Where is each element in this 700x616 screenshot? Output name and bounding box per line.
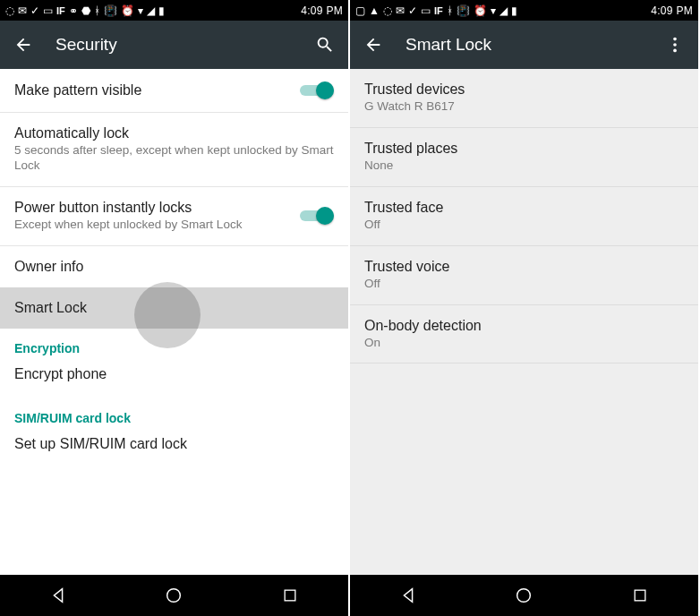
status-clock: 4:09 PM [651, 4, 693, 17]
svg-point-5 [517, 589, 531, 603]
row-automatically-lock[interactable]: Automatically lock 5 seconds after sleep… [0, 113, 348, 187]
nav-back-icon [398, 586, 418, 605]
row-title: Trusted face [364, 200, 684, 216]
search-button[interactable] [314, 34, 336, 56]
bluetooth-icon: ᚼ [94, 4, 100, 17]
svg-point-3 [673, 43, 677, 47]
row-title: Encrypt phone [14, 366, 334, 382]
row-title: Power button instantly locks [14, 200, 300, 216]
smart-lock-list: Trusted devices G Watch R B617 Trusted p… [350, 69, 698, 575]
warning-icon: ▲ [369, 4, 380, 17]
touch-ripple [134, 282, 201, 348]
battery-icon: ▮ [158, 4, 165, 17]
wifi-icon: ▾ [138, 4, 143, 17]
gmail-icon: ✉ [396, 4, 405, 17]
inbox-icon: ✓ [408, 4, 417, 17]
settings-list: Make pattern visible Automatically lock … [0, 69, 348, 575]
row-trusted-face[interactable]: Trusted face Off [350, 187, 698, 246]
toggle-power-locks[interactable] [300, 207, 334, 225]
status-icons-left: ◌ ✉ ✓ ▭ IF ⚭ ⬣ ᚼ 📳 ⏰ ▾ ◢ ▮ [5, 4, 297, 17]
nav-recent-icon [631, 586, 649, 604]
nav-home[interactable] [163, 585, 184, 606]
msg-icon: ▢ [355, 4, 365, 17]
row-title: Trusted voice [364, 259, 684, 275]
phone-security: ◌ ✉ ✓ ▭ IF ⚭ ⬣ ᚼ 📳 ⏰ ▾ ◢ ▮ 4:09 PM Secur… [0, 0, 350, 616]
nav-bar [350, 575, 698, 616]
arrow-back-icon [363, 35, 383, 55]
row-title: Owner info [14, 259, 334, 275]
row-make-pattern-visible[interactable]: Make pattern visible [0, 69, 348, 113]
row-title: On-body detection [364, 318, 684, 334]
row-trusted-places[interactable]: Trusted places None [350, 128, 698, 187]
nav-home-icon [164, 586, 184, 605]
battery-icon: ▮ [511, 4, 517, 17]
alarm-icon: ⏰ [474, 4, 487, 17]
appbar-title: Security [55, 35, 293, 55]
row-title: Trusted devices [364, 81, 684, 98]
row-subtitle: Except when kept unlocked by Smart Lock [14, 218, 300, 233]
row-encrypt-phone[interactable]: Encrypt phone [0, 361, 348, 395]
nav-recent[interactable] [279, 585, 301, 606]
inbox-icon: ✓ [30, 4, 39, 17]
nav-back-icon [48, 586, 68, 605]
nav-bar [0, 575, 348, 616]
row-subtitle: Off [364, 218, 684, 233]
row-title: Set up SIM/RUIM card lock [14, 436, 334, 452]
svg-point-2 [673, 38, 677, 41]
status-bar: ▢ ▲ ◌ ✉ ✓ ▭ IF ᚼ 📳 ⏰ ▾ ◢ ▮ 4:09 PM [350, 0, 698, 21]
nav-home-icon [514, 586, 534, 605]
row-subtitle: None [364, 158, 684, 174]
toggle-pattern-visible[interactable] [300, 81, 334, 99]
nav-back[interactable] [397, 585, 419, 606]
link-icon: ⚭ [69, 4, 78, 17]
signal-icon: ◢ [147, 4, 155, 17]
overflow-button[interactable] [664, 34, 686, 56]
nav-recent-icon [281, 586, 299, 604]
row-on-body-detection[interactable]: On-body detection On [350, 305, 698, 364]
phone-smart-lock: ▢ ▲ ◌ ✉ ✓ ▭ IF ᚼ 📳 ⏰ ▾ ◢ ▮ 4:09 PM Smart… [350, 0, 700, 616]
image-icon: ▭ [421, 4, 431, 17]
back-button[interactable] [363, 34, 384, 56]
app-bar: Security [0, 21, 348, 69]
nav-home[interactable] [513, 585, 534, 606]
image-icon: ▭ [43, 4, 53, 17]
status-clock: 4:09 PM [301, 4, 343, 17]
row-trusted-voice[interactable]: Trusted voice Off [350, 246, 698, 305]
gmail-icon: ✉ [18, 4, 27, 17]
svg-point-0 [167, 589, 181, 603]
status-bar: ◌ ✉ ✓ ▭ IF ⚭ ⬣ ᚼ 📳 ⏰ ▾ ◢ ▮ 4:09 PM [0, 0, 348, 21]
row-title: Trusted places [364, 141, 684, 157]
whatsapp-icon: ◌ [5, 4, 14, 17]
app-bar: Smart Lock [350, 21, 698, 69]
vibrate-icon: 📳 [104, 4, 117, 17]
row-title: Make pattern visible [14, 82, 300, 98]
row-setup-sim-lock[interactable]: Set up SIM/RUIM card lock [0, 431, 348, 465]
search-icon [315, 35, 335, 55]
svg-rect-6 [635, 590, 645, 601]
signal-icon: ◢ [499, 4, 508, 17]
whatsapp-icon: ◌ [383, 4, 392, 17]
row-title: Automatically lock [14, 125, 334, 141]
alarm-icon: ⏰ [121, 4, 134, 17]
row-smart-lock[interactable]: Smart Lock [0, 287, 348, 329]
bluetooth-icon: ᚼ [447, 4, 453, 17]
row-power-button-locks[interactable]: Power button instantly locks Except when… [0, 187, 348, 246]
section-sim-lock: SIM/RUIM card lock [0, 395, 348, 431]
arrow-back-icon [13, 35, 33, 55]
row-owner-info[interactable]: Owner info [0, 246, 348, 287]
row-subtitle: 5 seconds after sleep, except when kept … [14, 143, 334, 174]
row-subtitle: Off [364, 277, 684, 292]
vibrate-icon: 📳 [457, 4, 470, 17]
row-trusted-devices[interactable]: Trusted devices G Watch R B617 [350, 69, 698, 128]
back-button[interactable] [13, 34, 34, 56]
wifi-icon: ▾ [491, 4, 496, 17]
svg-rect-1 [285, 590, 295, 601]
row-subtitle: G Watch R B617 [364, 99, 684, 115]
row-subtitle: On [364, 336, 684, 351]
if-icon: IF [434, 5, 443, 16]
nav-recent[interactable] [629, 585, 651, 606]
overflow-icon [665, 35, 685, 55]
shop-icon: ⬣ [81, 4, 90, 17]
nav-back[interactable] [47, 585, 69, 606]
status-icons-left: ▢ ▲ ◌ ✉ ✓ ▭ IF ᚼ 📳 ⏰ ▾ ◢ ▮ [355, 4, 647, 17]
